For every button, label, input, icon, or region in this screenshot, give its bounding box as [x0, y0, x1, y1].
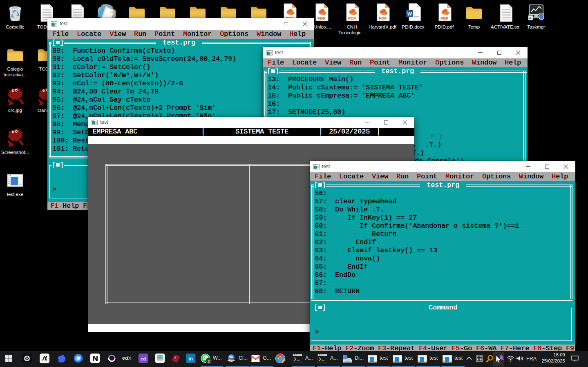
svg-text:C:\_: C:\_	[319, 354, 323, 356]
svg-text:in: in	[188, 356, 193, 362]
svg-text:PDF: PDF	[317, 16, 325, 20]
svg-text:W: W	[407, 11, 412, 17]
svg-text:PDF: PDF	[440, 16, 448, 20]
svg-text:PDF: PDF	[379, 16, 387, 20]
svg-text:PDF: PDF	[348, 16, 356, 20]
svg-text:C:\_: C:\_	[294, 354, 298, 356]
svg-text:2: 2	[208, 359, 210, 363]
svg-text:ed: ed	[141, 356, 146, 361]
